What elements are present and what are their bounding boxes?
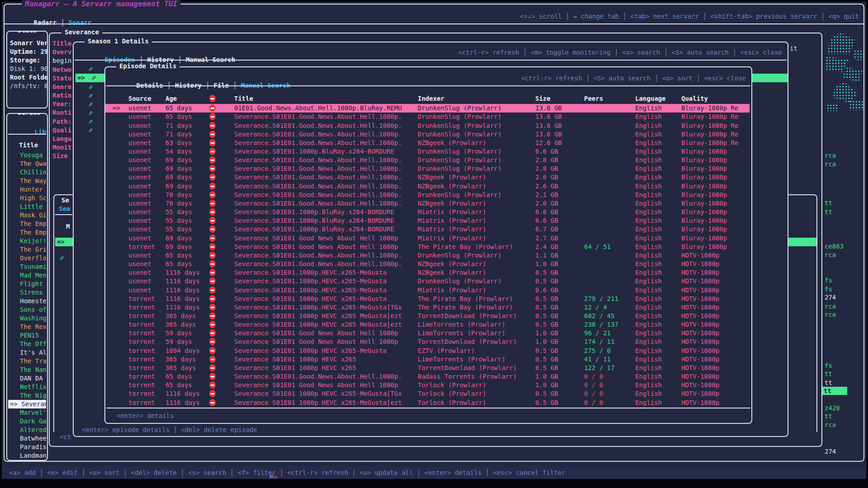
- series-row[interactable]: Keijo!!: [8, 237, 46, 245]
- series-row[interactable]: Overflo: [8, 254, 46, 263]
- release-quality: HDTV-1080p: [681, 381, 750, 389]
- monitor-tag-icon[interactable]: ✎: [89, 126, 93, 134]
- col-language[interactable]: Language: [635, 94, 681, 103]
- monitor-tag-icon[interactable]: ✎: [89, 109, 93, 117]
- series-row[interactable]: Dark Ga: [8, 417, 46, 426]
- series-row[interactable]: Batwhee: [8, 434, 46, 443]
- tab-sonarr[interactable]: Sonarr: [69, 19, 92, 26]
- series-row[interactable]: The Gri: [8, 245, 46, 254]
- series-row[interactable]: Landman: [8, 451, 46, 459]
- series-row[interactable]: Netflix: [8, 383, 46, 391]
- series-row[interactable]: Washing: [8, 314, 46, 323]
- series-row[interactable]: PEN15: [8, 331, 46, 340]
- col-peers[interactable]: Peers: [584, 94, 635, 103]
- release-row[interactable]: usenet69 daysSeverance.S01E01.Good.News.…: [105, 182, 750, 191]
- release-row[interactable]: usenet71 daysSeverance.S01E01.Good.News.…: [105, 130, 750, 139]
- series-row[interactable]: Mad Men: [8, 271, 46, 280]
- series-row[interactable]: Little: [8, 202, 46, 211]
- release-row[interactable]: torrent1116 daysSeverance S01E01 1080p H…: [105, 389, 750, 398]
- col-quality[interactable]: Quality: [681, 94, 750, 103]
- release-row[interactable]: usenet69 daysSeverance.S01E01.Good.News.…: [105, 156, 750, 164]
- release-row[interactable]: usenet69 daysSeverance.S01E01.Good.News.…: [105, 173, 750, 182]
- release-row[interactable]: usenet54 daysSeverance.S01E01.1080p.BluR…: [105, 147, 750, 156]
- series-row[interactable]: Hunter: [8, 185, 46, 194]
- monitor-tag-icon[interactable]: ✎: [89, 100, 93, 108]
- series-row[interactable]: Yosuga: [8, 151, 46, 160]
- release-row[interactable]: usenet1116 daysSeverance.S01E01.1080p.HE…: [105, 277, 750, 286]
- series-row[interactable]: The Way: [8, 177, 46, 185]
- series-row[interactable]: Tsunami: [8, 263, 46, 271]
- monitor-tag-icon[interactable]: ✎: [89, 117, 93, 126]
- rejection-cell: [209, 191, 234, 199]
- series-row[interactable]: The Nan: [8, 366, 46, 374]
- release-row[interactable]: usenet65 daysSeverance.S01E01.Good.News.…: [105, 251, 750, 260]
- col-size[interactable]: Size: [535, 94, 584, 103]
- release-row[interactable]: torrent1116 daysSeverance S01E01 1080p H…: [105, 398, 750, 407]
- series-row[interactable]: The Emp: [8, 228, 46, 237]
- release-language: English: [635, 260, 681, 268]
- release-row[interactable]: torrent69 daysSeverance S01E01 Good News…: [105, 243, 750, 251]
- series-row[interactable]: Altered: [8, 426, 46, 434]
- release-row[interactable]: torrent59 daysSeverance S01E01 Good News…: [105, 338, 750, 346]
- release-row[interactable]: usenet70 daysSeverance.S01E01.Good.News.…: [105, 191, 750, 199]
- col-source[interactable]: Source: [128, 94, 165, 103]
- release-row[interactable]: usenet63 daysSeverance.S01E01.Good.News.…: [105, 139, 750, 147]
- release-indexer: TorrentDownload (Prowlarr): [418, 312, 535, 320]
- release-row[interactable]: torrent1116 daysSeverance.S01E01.1080p.H…: [105, 303, 750, 312]
- series-row-selected[interactable]: => Severan: [8, 400, 46, 408]
- series-row[interactable]: The Qwa: [8, 160, 46, 168]
- monitor-tag-icon[interactable]: ✎: [89, 65, 93, 73]
- col-age[interactable]: Age: [165, 94, 209, 103]
- series-row[interactable]: It's Al: [8, 348, 46, 357]
- monitor-tag-icon[interactable]: ✎: [60, 254, 64, 262]
- monitor-tag-icon[interactable]: ✎: [89, 92, 93, 100]
- release-row[interactable]: torrent59 daysSeverance S01E01 Good News…: [105, 329, 750, 338]
- release-row[interactable]: torrent365 daysSeverance S01E01 1080p HE…: [105, 364, 750, 372]
- series-row[interactable]: DAN DA: [8, 374, 46, 383]
- series-row[interactable]: Paradis: [8, 443, 46, 451]
- release-row[interactable]: torrent365 daysSeverance S01E01 1080p HE…: [105, 320, 750, 329]
- series-row[interactable]: High Sc: [8, 194, 46, 202]
- mini-window-tab[interactable]: Sea: [59, 205, 74, 213]
- release-size: 2.7 GB: [535, 234, 584, 243]
- series-row[interactable]: The Nig: [8, 391, 46, 400]
- series-row[interactable]: Chillin: [8, 168, 46, 177]
- series-row[interactable]: Homeste: [8, 297, 46, 305]
- release-row[interactable]: usenet70 daysSeverance.S01E01.Good.News.…: [105, 199, 750, 208]
- release-row[interactable]: usenet69 daysSeverance.S01E01.Good.News.…: [105, 164, 750, 173]
- release-row[interactable]: usenet65 daysSeverance.S01E01.Good.News.…: [105, 113, 750, 121]
- release-row[interactable]: usenet55 daysSeverance.S01E01.1080p.BluR…: [105, 225, 750, 234]
- release-row[interactable]: usenet1116 daysSeverance.S01E01.1080p.HE…: [105, 268, 750, 277]
- series-row[interactable]: Marvel': [8, 408, 46, 417]
- col-indexer[interactable]: Indexer: [418, 94, 535, 103]
- release-row[interactable]: usenet55 daysSeverance.S01E01.1080p.BluR…: [105, 216, 750, 225]
- release-size: 6.6 GB: [535, 216, 584, 225]
- rejection-cell: [209, 122, 234, 130]
- release-row[interactable]: torrent365 daysSeverance S01E01 1080p HE…: [105, 312, 750, 320]
- monitor-tag-icon[interactable]: ✎: [92, 74, 96, 82]
- release-row[interactable]: usenet65 daysSeverance.S01E01.Good.News.…: [105, 260, 750, 268]
- release-title: Severance S01E01 Good News About Hell 10…: [234, 329, 418, 338]
- monitor-tag-icon[interactable]: ✎: [89, 83, 93, 91]
- release-row[interactable]: torrent1094 daysSeverance S01E01 1080p H…: [105, 347, 750, 355]
- series-row[interactable]: The Off: [8, 340, 46, 348]
- release-quality: Bluray-1080p: [681, 199, 750, 208]
- release-row[interactable]: usenet55 daysSeverance.S01E01.1080p.BluR…: [105, 208, 750, 216]
- tab-radarr[interactable]: Radarr: [34, 19, 57, 26]
- release-row[interactable]: torrent1116 daysSeverance S01E01 1080p H…: [105, 295, 750, 303]
- release-row[interactable]: torrent65 daysSeverance S01E01 Good News…: [105, 381, 750, 389]
- col-title[interactable]: Title: [234, 94, 418, 103]
- series-row[interactable]: Flight: [8, 280, 46, 288]
- series-row[interactable]: The Tra: [8, 357, 46, 366]
- release-row[interactable]: usenet71 daysSeverance.S01E01.Good.News.…: [105, 121, 750, 130]
- series-row[interactable]: Sons of: [8, 305, 46, 314]
- release-row-selected[interactable]: =>usenet65 days01E01.Good.News.About.Hel…: [105, 104, 750, 113]
- release-row[interactable]: usenet1116 daysSeverance.S01E01.1080p.HE…: [105, 286, 750, 294]
- release-row[interactable]: torrent65 daysSeverance.S01E01.Good.News…: [105, 372, 750, 381]
- series-row[interactable]: The Emp: [8, 220, 46, 228]
- release-row[interactable]: torrent365 daysSeverance S01E01 1080p HE…: [105, 355, 750, 364]
- series-row[interactable]: Mask Gi: [8, 211, 46, 220]
- series-row[interactable]: Sirens: [8, 288, 46, 297]
- series-row[interactable]: The Rev: [8, 323, 46, 331]
- release-row[interactable]: usenet69 daysSeverance S01E01 Good News …: [105, 234, 750, 243]
